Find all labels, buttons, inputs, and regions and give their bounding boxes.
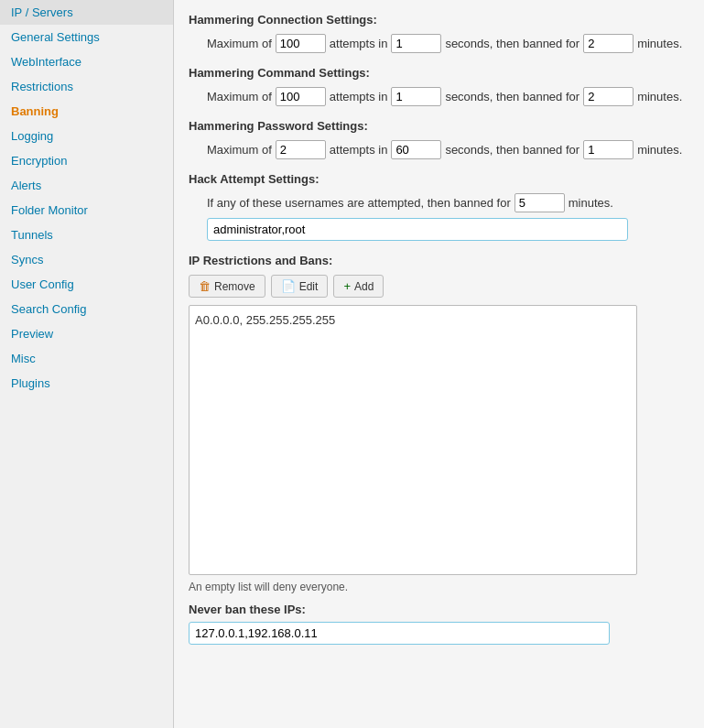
sidebar: IP / Servers General Settings WebInterfa… <box>0 0 174 728</box>
hammering-command-minutes-label: minutes. <box>637 90 682 103</box>
hammering-command-banned-input[interactable] <box>583 87 634 106</box>
hammering-command-attempts-label: attempts in <box>330 90 388 103</box>
hammering-connection-minutes-label: minutes. <box>637 37 682 50</box>
remove-button[interactable]: 🗑 Remove <box>189 275 265 298</box>
hammering-command-title: Hammering Command Settings: <box>189 66 689 80</box>
hammering-connection-seconds-label: seconds, then banned for <box>445 37 579 50</box>
hack-attempt-minutes-label: minutes. <box>569 196 613 210</box>
hack-attempt-ban-input[interactable] <box>514 193 565 212</box>
remove-label: Remove <box>214 280 255 293</box>
sidebar-item-user-config[interactable]: User Config <box>0 272 173 297</box>
remove-icon: 🗑 <box>199 279 211 293</box>
ip-restrictions-buttons: 🗑 Remove 📄 Edit + Add <box>189 275 689 298</box>
add-button[interactable]: + Add <box>333 275 384 298</box>
ip-restrictions-section: IP Restrictions and Bans: 🗑 Remove 📄 Edi… <box>189 254 689 645</box>
sidebar-item-restrictions[interactable]: Restrictions <box>0 74 173 99</box>
hack-attempt-section: Hack Attempt Settings: If any of these u… <box>189 172 689 241</box>
hammering-connection-row: Maximum of attempts in seconds, then ban… <box>207 34 689 53</box>
add-label: Add <box>354 280 374 293</box>
hack-attempt-row: If any of these usernames are attempted,… <box>207 193 689 212</box>
sidebar-item-preview[interactable]: Preview <box>0 321 173 346</box>
hammering-connection-max-input[interactable] <box>276 34 326 53</box>
sidebar-item-ip-servers[interactable]: IP / Servers <box>0 0 173 25</box>
hammering-command-attempts-input[interactable] <box>391 87 441 106</box>
hammering-password-max-label: Maximum of <box>207 143 272 157</box>
sidebar-item-encryption[interactable]: Encryption <box>0 148 173 173</box>
sidebar-item-tunnels[interactable]: Tunnels <box>0 223 173 247</box>
hack-attempt-row-label: If any of these usernames are attempted,… <box>207 196 511 210</box>
sidebar-item-folder-monitor[interactable]: Folder Monitor <box>0 198 173 223</box>
hammering-connection-section: Hammering Connection Settings: Maximum o… <box>189 13 689 53</box>
sidebar-item-syncs[interactable]: Syncs <box>0 247 173 272</box>
hammering-password-attempts-input[interactable] <box>391 140 441 159</box>
add-icon: + <box>343 279 351 293</box>
hammering-password-max-input[interactable] <box>276 140 326 159</box>
hack-attempt-title: Hack Attempt Settings: <box>189 172 689 186</box>
sidebar-item-webinterface[interactable]: WebInterface <box>0 49 173 74</box>
sidebar-item-general-settings[interactable]: General Settings <box>0 25 173 49</box>
ip-restrictions-title: IP Restrictions and Bans: <box>189 254 689 267</box>
sidebar-item-banning[interactable]: Banning <box>0 99 173 124</box>
hack-attempt-usernames-input[interactable] <box>207 218 628 241</box>
ip-list-item: A0.0.0.0, 255.255.255.255 <box>195 311 631 329</box>
ip-list-box[interactable]: A0.0.0.0, 255.255.255.255 <box>189 305 637 575</box>
sidebar-item-alerts[interactable]: Alerts <box>0 173 173 198</box>
edit-button[interactable]: 📄 Edit <box>271 275 329 298</box>
hammering-password-section: Hammering Password Settings: Maximum of … <box>189 119 689 159</box>
hammering-command-max-input[interactable] <box>276 87 326 106</box>
never-ban-input[interactable] <box>189 622 610 645</box>
hammering-password-attempts-label: attempts in <box>330 143 388 157</box>
hammering-password-title: Hammering Password Settings: <box>189 119 689 133</box>
hammering-connection-title: Hammering Connection Settings: <box>189 13 689 27</box>
hammering-connection-max-label: Maximum of <box>207 37 272 50</box>
hammering-password-row: Maximum of attempts in seconds, then ban… <box>207 140 689 159</box>
hammering-connection-attempts-label: attempts in <box>330 37 388 50</box>
hammering-password-seconds-label: seconds, then banned for <box>445 143 579 157</box>
empty-list-note: An empty list will deny everyone. <box>189 581 689 593</box>
sidebar-item-search-config[interactable]: Search Config <box>0 297 173 321</box>
hammering-command-section: Hammering Command Settings: Maximum of a… <box>189 66 689 106</box>
hammering-command-max-label: Maximum of <box>207 90 272 103</box>
main-content: Hammering Connection Settings: Maximum o… <box>174 0 704 728</box>
hammering-connection-banned-input[interactable] <box>583 34 634 53</box>
hammering-password-banned-input[interactable] <box>583 140 634 159</box>
hammering-command-seconds-label: seconds, then banned for <box>445 90 579 103</box>
hammering-connection-attempts-input[interactable] <box>391 34 441 53</box>
edit-label: Edit <box>299 280 319 293</box>
sidebar-item-logging[interactable]: Logging <box>0 124 173 148</box>
sidebar-item-misc[interactable]: Misc <box>0 346 173 371</box>
hammering-command-row: Maximum of attempts in seconds, then ban… <box>207 87 689 106</box>
never-ban-title: Never ban these IPs: <box>189 603 689 616</box>
hammering-password-minutes-label: minutes. <box>637 143 682 157</box>
edit-icon: 📄 <box>281 279 296 293</box>
sidebar-item-plugins[interactable]: Plugins <box>0 371 173 396</box>
